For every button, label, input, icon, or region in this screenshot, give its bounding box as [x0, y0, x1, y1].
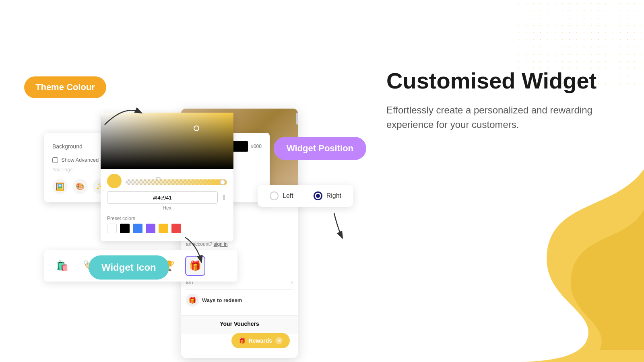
hue-slider-container: [107, 174, 227, 188]
hex-label: Hex: [107, 205, 227, 211]
hex-input[interactable]: [107, 191, 218, 204]
color-preview-circle: [107, 174, 122, 188]
main-description: Effortlessly create a personalized and r…: [386, 103, 612, 132]
opacity-thumb: [220, 179, 225, 185]
preset-label: Preset colors: [107, 216, 227, 221]
main-container: Theme Colour Background Font #000: [0, 0, 644, 362]
theme-colour-badge[interactable]: Theme Colour: [24, 76, 106, 98]
widget-icon-btn-bag[interactable]: 🛍️: [52, 256, 72, 276]
widget-icon-arrow: [181, 233, 213, 265]
left-panel: Theme Colour Background Font #000: [24, 56, 306, 306]
preset-swatch-white[interactable]: [107, 224, 117, 233]
background-label: Background: [52, 143, 83, 150]
preset-swatch-yellow[interactable]: [159, 224, 168, 233]
widget-position-arrow: [318, 209, 358, 241]
rewards-button[interactable]: 🎁 Rewards ✕: [231, 333, 290, 348]
main-title: Customised Widget: [386, 68, 612, 93]
radio-right-label: Right: [326, 192, 341, 200]
preset-swatches: [107, 224, 227, 233]
radio-right-circle[interactable]: [314, 191, 322, 200]
widget-icon-badge[interactable]: Widget Icon: [89, 255, 169, 280]
ways-redeem-text: Ways to redeem: [202, 297, 242, 303]
preset-swatch-red[interactable]: [171, 224, 181, 233]
radio-left-circle[interactable]: [270, 191, 279, 200]
signin-link[interactable]: sign in: [214, 241, 228, 247]
rewards-gift-icon: 🎁: [239, 337, 246, 344]
settings-icon-2: 🎨: [72, 179, 88, 194]
preset-swatch-blue[interactable]: [133, 224, 142, 233]
scroll-thumb: [296, 113, 298, 125]
preset-swatch-purple[interactable]: [146, 224, 155, 233]
opacity-slider-wrapper: [126, 179, 227, 185]
picker-controls: ⬆ Hex: [101, 169, 233, 216]
widget-position-badge[interactable]: Widget Position: [274, 137, 366, 160]
radio-left-label: Left: [283, 192, 293, 200]
theme-colour-arrow: [101, 101, 145, 133]
radio-left-option[interactable]: Left: [270, 191, 293, 200]
vouchers-title: Your Vouchers: [186, 321, 293, 327]
vouchers-section: Your Vouchers: [181, 315, 298, 334]
rewards-close-icon[interactable]: ✕: [275, 337, 283, 344]
gift-icon: 🎁: [186, 294, 199, 306]
position-panel: Left Right: [258, 185, 353, 207]
opacity-slider[interactable]: [126, 179, 227, 185]
settings-icon-1: 🖼️: [52, 179, 68, 194]
hex-row: ⬆: [107, 191, 227, 204]
font-hex: #000: [251, 144, 262, 149]
preset-swatch-black[interactable]: [120, 224, 130, 233]
widget-position-label: Widget Position: [287, 143, 353, 153]
right-panel: Customised Widget Effortlessly create a …: [386, 68, 612, 132]
advanced-settings-checkbox[interactable]: [52, 157, 58, 163]
opacity-fill: [126, 179, 227, 185]
widget-icon-label: Widget Icon: [101, 262, 156, 273]
preset-colors-section: Preset colors: [101, 216, 233, 233]
picker-cursor: [194, 125, 199, 131]
ways-redeem-section: 🎁 Ways to redeem: [186, 289, 293, 311]
theme-colour-label: Theme Colour: [35, 82, 95, 92]
hex-arrow-icon[interactable]: ⬆: [221, 193, 227, 202]
rewards-label: Rewards: [249, 337, 272, 344]
chevron-right-icon: ›: [291, 279, 293, 286]
radio-right-option[interactable]: Right: [314, 191, 341, 200]
